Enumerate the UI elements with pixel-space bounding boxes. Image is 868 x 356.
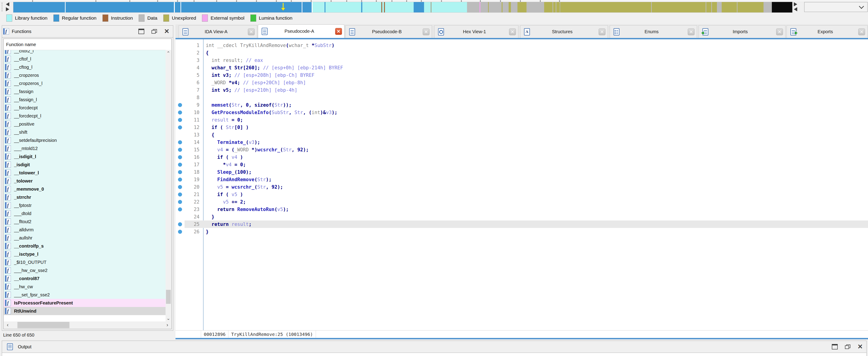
function-list-item[interactable]: f__fptostr	[4, 201, 165, 209]
code-line[interactable]: 12 if ( Str[0] )	[176, 123, 868, 131]
tab-imports[interactable]: Imports✕	[699, 25, 785, 38]
code-text[interactable]: v5 = wcsrchr_(Str, 92);	[199, 184, 868, 190]
breakpoint-dot[interactable]	[178, 126, 182, 130]
function-list-item[interactable]: f__isctype_l	[4, 250, 165, 258]
tab-close-icon[interactable]: ✕	[423, 29, 430, 35]
function-list-item[interactable]: f__cropzeros	[4, 71, 165, 79]
tab-close-icon[interactable]: ✕	[776, 29, 783, 35]
code-text[interactable]: return RemoveAutoRun(v5);	[199, 207, 868, 212]
tab-close-icon[interactable]: ✕	[599, 29, 606, 35]
close-icon[interactable]: ✕	[164, 29, 169, 34]
code-text[interactable]: memset(Str, 0, sizeof(Str));	[199, 102, 868, 108]
code-text[interactable]: v5 += 2;	[199, 199, 868, 205]
code-line[interactable]: 6 _WORD *v4; // [esp+20Ch] [ebp-8h]	[176, 79, 868, 86]
code-line[interactable]: 16 if ( v4 )	[176, 153, 868, 161]
function-list-item[interactable]: f_$I10_OUTPUT	[4, 258, 165, 266]
code-line[interactable]: 10 GetProcessModuleInfo(SubStr, Str, (in…	[176, 109, 868, 116]
code-text[interactable]: int result; // eax	[199, 58, 868, 63]
functions-vertical-scrollbar[interactable]: ⌃ ⌄	[165, 50, 171, 321]
output-panel-titlebar[interactable]: Output ✕	[2, 341, 867, 353]
code-line[interactable]: 15 v4 = (_WORD *)wcsrchr_(Str, 92);	[176, 146, 868, 153]
code-text[interactable]: GetProcessModuleInfo(SubStr, Str, (int)&…	[199, 110, 868, 115]
navband-scroll-right-icon[interactable]	[6, 7, 9, 11]
tab-structures[interactable]: AStructures✕	[520, 25, 608, 38]
output-panel-content[interactable]	[2, 353, 867, 356]
functions-column-header[interactable]: Function name	[4, 39, 165, 50]
code-line[interactable]: 4 wchar_t Str[260]; // [esp+0h] [ebp-214…	[176, 64, 868, 71]
function-list-item[interactable]: f__cftof2_l	[4, 50, 165, 55]
tab-exports[interactable]: Exports✕	[786, 25, 868, 38]
code-text[interactable]: Terminate_(v3);	[199, 140, 868, 145]
breakpoint-dot[interactable]	[178, 118, 182, 122]
code-line[interactable]: 17 *v4 = 0;	[176, 161, 868, 168]
function-list-item[interactable]: f__isdigit_l	[4, 152, 165, 161]
tab-ida-view-a[interactable]: IDA View-A✕	[179, 25, 257, 38]
breakpoint-dot[interactable]	[178, 155, 182, 159]
tab-close-icon[interactable]: ✕	[335, 28, 342, 35]
tab-enums[interactable]: Enums✕	[610, 25, 697, 38]
function-list-item[interactable]: f__forcdecpt	[4, 104, 165, 112]
tab-close-icon[interactable]: ✕	[858, 29, 865, 35]
code-line[interactable]: 22 v5 += 2;	[176, 198, 868, 206]
code-line[interactable]: 13 {	[176, 131, 868, 139]
code-text[interactable]: v4 = (_WORD *)wcsrchr_(Str, 92);	[199, 147, 868, 152]
code-line[interactable]: 23 return RemoveAutoRun(v5);	[176, 206, 868, 213]
function-list-item[interactable]: f__aullshr	[4, 234, 165, 242]
close-icon[interactable]: ✕	[858, 345, 863, 349]
function-list-item[interactable]: f___set_fpsr_sse2	[4, 291, 165, 299]
function-list-item[interactable]: f__hw_cw	[4, 283, 165, 291]
vertical-scroll-thumb[interactable]	[166, 290, 171, 304]
breakpoint-dot[interactable]	[178, 110, 182, 114]
navigation-band[interactable]	[13, 2, 772, 13]
breakpoint-dot[interactable]	[178, 140, 182, 144]
functions-horizontal-scrollbar[interactable]: ‹ ›	[4, 321, 171, 329]
code-line[interactable]: 7 int v5; // [esp+210h] [ebp-4h]	[176, 86, 868, 94]
toolbar-drag-handle[interactable]	[2, 3, 2, 11]
code-text[interactable]: if ( v5 )	[199, 192, 868, 197]
tab-pseudocode-a[interactable]: Pseudocode-A✕	[258, 25, 344, 38]
tab-close-icon[interactable]: ✕	[509, 29, 516, 35]
function-list-item[interactable]: f__controlfp_s	[4, 242, 165, 250]
code-text[interactable]: }	[199, 214, 868, 220]
tab-pseudocode-b[interactable]: Pseudocode-B✕	[345, 25, 432, 38]
navband-dropdown[interactable]	[804, 2, 868, 12]
function-list-item[interactable]: f__forcdecpt_l	[4, 112, 165, 120]
function-list-item[interactable]: f__fassign_l	[4, 96, 165, 104]
code-text[interactable]: *v4 = 0;	[199, 162, 868, 167]
scroll-down-icon[interactable]: ⌄	[165, 315, 171, 321]
code-text[interactable]: FindAndRemove(Str);	[199, 177, 868, 182]
function-list-item[interactable]: f__control87	[4, 275, 165, 283]
breakpoint-dot[interactable]	[178, 222, 182, 226]
maximize-icon[interactable]	[832, 344, 838, 350]
breakpoint-dot[interactable]	[178, 192, 182, 197]
code-line[interactable]: 1int __cdecl TryKillAndRemove(wchar_t *S…	[176, 42, 868, 49]
code-text[interactable]: wchar_t Str[260]; // [esp+0h] [ebp-214h]…	[199, 65, 868, 70]
breakpoint-dot[interactable]	[178, 185, 182, 189]
code-text[interactable]: result = 0;	[199, 117, 868, 123]
navband-zoom-out-icon[interactable]	[794, 7, 797, 11]
scroll-left-icon[interactable]: ‹	[4, 322, 11, 328]
code-line[interactable]: 25 return result;	[176, 220, 868, 228]
code-line[interactable]: 20 v5 = wcsrchr_(Str, 92);	[176, 183, 868, 191]
function-list-item[interactable]: f__shift	[4, 128, 165, 136]
breakpoint-dot[interactable]	[178, 103, 182, 107]
function-list-item[interactable]: f___hw_cw_sse2	[4, 266, 165, 275]
function-list-item[interactable]: f___dtold	[4, 209, 165, 217]
code-line[interactable]: 14 Terminate_(v3);	[176, 139, 868, 146]
function-list-item[interactable]: f__cftog_l	[4, 63, 165, 71]
tab-hex-view-1[interactable]: Hex View-1✕	[434, 25, 518, 38]
function-list-item[interactable]: f__fltout2	[4, 217, 165, 226]
code-text[interactable]: int v5; // [esp+210h] [ebp-4h]	[199, 87, 868, 93]
function-list-item[interactable]: f__tolower_l	[4, 169, 165, 177]
code-line[interactable]: 19 FindAndRemove(Str);	[176, 176, 868, 183]
code-text[interactable]: {	[199, 50, 868, 56]
navband-zoom-in-icon[interactable]	[794, 2, 797, 6]
code-text[interactable]: Sleep_(100);	[199, 169, 868, 175]
function-list-item[interactable]: fIsProcessorFeaturePresent	[4, 299, 165, 307]
code-text[interactable]: return result;	[199, 222, 868, 227]
code-text[interactable]: {	[199, 132, 868, 138]
restore-icon[interactable]	[152, 29, 157, 34]
code-text[interactable]: if ( Str[0] )	[199, 125, 868, 130]
code-line[interactable]: 18 Sleep_(100);	[176, 168, 868, 176]
breakpoint-dot[interactable]	[178, 200, 182, 204]
